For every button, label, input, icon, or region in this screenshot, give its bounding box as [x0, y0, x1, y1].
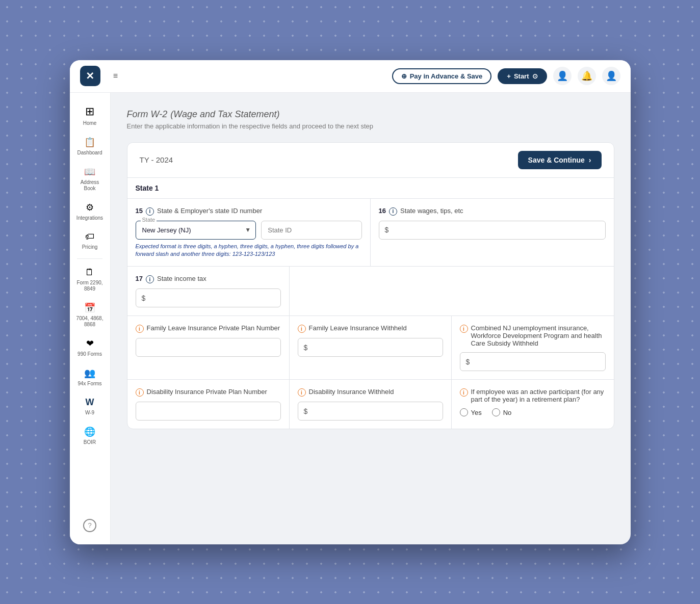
field-15-info-icon[interactable]: i — [146, 207, 154, 216]
combined-nj-info-icon[interactable]: i — [460, 325, 468, 333]
disability-plan-input[interactable] — [136, 402, 281, 421]
dollar-sign-fli: $ — [304, 344, 308, 352]
form-card: TY - 2024 Save & Continue › State 1 15 i — [127, 142, 614, 430]
disability-withheld-input[interactable] — [298, 402, 443, 421]
format-hint: Expected format is three digits, a hyphe… — [136, 243, 362, 258]
row-disability: i Disability Insurance Private Plan Numb… — [127, 380, 614, 429]
fli-withheld-input[interactable] — [298, 338, 443, 357]
form-card-header: TY - 2024 Save & Continue › — [127, 143, 614, 178]
plus-icon: + — [507, 72, 511, 80]
field-17-info-icon[interactable]: i — [146, 275, 154, 283]
logo[interactable]: ✕ — [80, 66, 100, 86]
retirement-label: i If employee was an active participant … — [460, 388, 606, 403]
field-17-label: 17 i State income tax — [136, 275, 281, 283]
state-section-label: State 1 — [127, 178, 614, 199]
main-layout: ⊞ Home 📋 Dashboard 📖 Address Book ⚙ Inte… — [70, 93, 631, 544]
sidebar-item-pricing[interactable]: 🏷 Pricing — [72, 227, 108, 254]
dollar-sign-16: $ — [385, 226, 389, 234]
formw9-icon: W — [86, 397, 94, 408]
tax-year-label: TY - 2024 — [140, 155, 173, 164]
field-16-input[interactable] — [379, 221, 606, 240]
field-17-input-wrapper: $ — [136, 288, 281, 307]
state-select-label: State — [141, 217, 157, 223]
field-17-input[interactable] — [136, 288, 281, 307]
fli-plan-cell: i Family Leave Insurance Private Plan Nu… — [127, 316, 290, 379]
field-17-cell: 17 i State income tax $ — [127, 267, 290, 316]
sidebar-bottom: ? — [72, 515, 108, 536]
combined-nj-input[interactable] — [460, 352, 606, 371]
sidebar-item-form990[interactable]: ❤ 990 Forms — [72, 334, 108, 361]
page-subtitle: Enter the applicable information in the … — [127, 122, 614, 130]
page-title-italic: (Wage and Tax Statement) — [170, 109, 279, 119]
fli-plan-input[interactable] — [136, 338, 281, 357]
field-16-cell: 16 i State wages, tips, etc $ — [371, 199, 614, 267]
row-15-16: 15 i State & Employer's state ID number … — [127, 199, 614, 267]
boir-icon: 🌐 — [84, 426, 95, 437]
fli-withheld-info-icon[interactable]: i — [298, 325, 306, 333]
sidebar-item-form94x[interactable]: 👥 94x Forms — [72, 363, 108, 391]
dollar-sign-combined: $ — [466, 358, 470, 366]
state-id-input[interactable] — [261, 221, 361, 240]
pay-advance-button[interactable]: ⊕ Pay in Advance & Save — [392, 68, 492, 84]
retirement-no-option[interactable]: No — [492, 408, 512, 416]
circle-arrow-icon: ⊙ — [532, 72, 538, 80]
retirement-info-icon[interactable]: i — [460, 388, 468, 397]
field-16-info-icon[interactable]: i — [389, 207, 397, 216]
disability-withheld-info-icon[interactable]: i — [298, 388, 306, 397]
row-17-spacer — [290, 267, 614, 316]
sidebar-item-home[interactable]: ⊞ Home — [72, 101, 108, 130]
profile-button[interactable]: 👤 — [602, 67, 620, 85]
disability-plan-cell: i Disability Insurance Private Plan Numb… — [127, 380, 290, 429]
fli-withheld-label: i Family Leave Insurance Withheld — [298, 324, 443, 333]
dollar-sign-17: $ — [142, 294, 146, 302]
retirement-no-radio[interactable] — [492, 408, 500, 416]
form990-icon: ❤ — [86, 338, 94, 349]
row-fli: i Family Leave Insurance Private Plan Nu… — [127, 316, 614, 380]
disability-withheld-input-wrapper: $ — [298, 402, 443, 421]
help-icon: ? — [83, 519, 96, 532]
disability-plan-label: i Disability Insurance Private Plan Numb… — [136, 388, 281, 397]
sidebar-item-form2290[interactable]: 🗒 Form 2290, 8849 — [72, 263, 108, 296]
content-area: Form W-2 (Wage and Tax Statement) Enter … — [111, 93, 631, 544]
field-15-label: 15 i State & Employer's state ID number — [136, 207, 362, 216]
save-continue-button[interactable]: Save & Continue › — [518, 151, 602, 169]
combined-nj-label: i Combined NJ unemployment insurance, Wo… — [460, 324, 606, 347]
field-15-cell: 15 i State & Employer's state ID number … — [127, 199, 371, 267]
sidebar-item-address-book[interactable]: 📖 Address Book — [72, 162, 108, 196]
retirement-radio-group: Yes No — [460, 408, 606, 416]
form2290-icon: 🗒 — [85, 267, 94, 278]
field-16-label: 16 i State wages, tips, etc — [379, 207, 606, 216]
form7004-icon: 📅 — [84, 302, 95, 313]
sidebar-item-integrations[interactable]: ⚙ Integrations — [72, 198, 108, 225]
state-dropdown[interactable]: New Jersey (NJ) — [136, 221, 256, 240]
retirement-yes-option[interactable]: Yes — [460, 408, 482, 416]
sidebar-item-help[interactable]: ? — [72, 515, 108, 536]
notifications-button[interactable]: 🔔 — [578, 67, 596, 85]
contacts-button[interactable]: 👤 — [553, 67, 572, 85]
disability-plan-info-icon[interactable]: i — [136, 388, 144, 397]
combined-nj-cell: i Combined NJ unemployment insurance, Wo… — [452, 316, 614, 379]
sidebar: ⊞ Home 📋 Dashboard 📖 Address Book ⚙ Inte… — [70, 93, 111, 544]
sidebar-divider — [77, 258, 102, 259]
chevron-right-icon: › — [589, 156, 591, 164]
disability-withheld-label: i Disability Insurance Withheld — [298, 388, 443, 397]
sidebar-item-formw9[interactable]: W W-9 — [72, 393, 108, 420]
sidebar-item-dashboard[interactable]: 📋 Dashboard — [72, 133, 108, 160]
start-button[interactable]: + Start ⊙ — [498, 68, 547, 84]
app-window: ✕ ≡ ⊕ Pay in Advance & Save + Start ⊙ 👤 … — [70, 60, 631, 544]
fli-plan-label: i Family Leave Insurance Private Plan Nu… — [136, 324, 281, 333]
home-icon: ⊞ — [85, 105, 94, 118]
retirement-cell: i If employee was an active participant … — [452, 380, 614, 429]
dollar-sign-disability: $ — [304, 407, 308, 415]
page-title: Form W-2 (Wage and Tax Statement) — [127, 107, 614, 120]
sidebar-item-boir[interactable]: 🌐 BOIR — [72, 422, 108, 450]
fli-withheld-input-wrapper: $ — [298, 338, 443, 357]
disability-withheld-cell: i Disability Insurance Withheld $ — [290, 380, 452, 429]
sidebar-item-form7004[interactable]: 📅 7004, 4868, 8868 — [72, 298, 108, 332]
sidebar-toggle-button[interactable]: ≡ — [107, 67, 125, 85]
retirement-yes-radio[interactable] — [460, 408, 468, 416]
state-fields: State New Jersey (NJ) ▼ — [136, 221, 362, 240]
top-nav: ✕ ≡ ⊕ Pay in Advance & Save + Start ⊙ 👤 … — [70, 60, 631, 93]
state-select-wrapper: State New Jersey (NJ) ▼ — [136, 221, 256, 240]
fli-plan-info-icon[interactable]: i — [136, 325, 144, 333]
